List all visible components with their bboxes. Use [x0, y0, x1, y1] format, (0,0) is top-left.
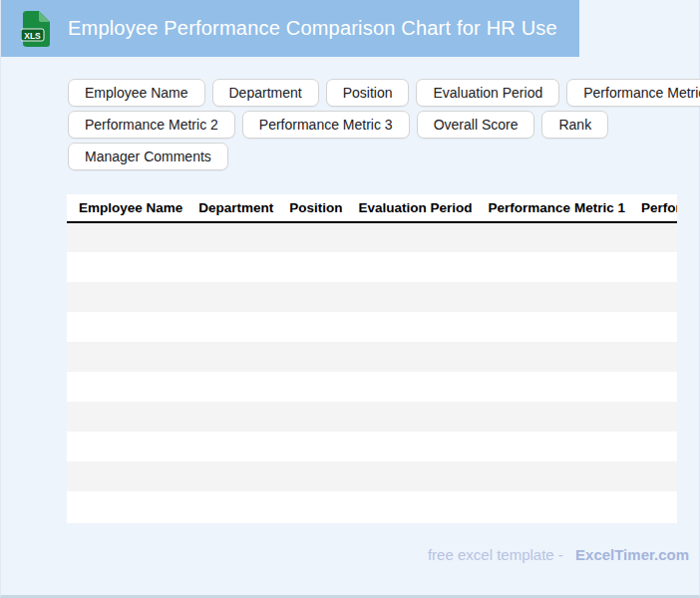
table-row [67, 252, 677, 282]
table-row-empty-cell [67, 372, 677, 402]
table-row-empty-cell [67, 282, 677, 312]
table-row-empty-cell [67, 432, 677, 461]
header-bar: XLS Employee Performance Comparison Char… [1, 0, 579, 57]
preview-table-container: Employee Name Department Position Evalua… [67, 194, 677, 523]
chip-row: Employee Name Department Position Evalua… [68, 79, 699, 107]
chip-overall-score[interactable]: Overall Score [417, 111, 535, 139]
col-header-department: Department [190, 194, 281, 222]
col-header-evaluation-period: Evaluation Period [351, 194, 481, 222]
table-row-empty-cell [67, 252, 677, 282]
table-row [67, 342, 677, 372]
chip-department[interactable]: Department [212, 79, 319, 107]
table-row [67, 282, 677, 312]
chip-performance-metric-2[interactable]: Performance Metric 2 [68, 111, 235, 139]
footer-credit: free excel template - ExcelTimer.com [67, 546, 689, 563]
table-row [67, 491, 677, 521]
column-chips: Employee Name Department Position Evalua… [68, 79, 699, 170]
chip-performance-metric-1[interactable]: Performance Metric 1 [566, 79, 700, 107]
footer-brand-link[interactable]: ExcelTimer.com [575, 546, 689, 563]
table-row-empty-cell [67, 491, 677, 521]
table-row [67, 461, 677, 491]
table-row [67, 312, 677, 342]
table-row-empty-cell [67, 402, 677, 432]
table-row [67, 432, 677, 461]
chip-performance-metric-3[interactable]: Performance Metric 3 [242, 111, 410, 139]
footer-credit-text: free excel template - [428, 546, 563, 563]
page: XLS Employee Performance Comparison Char… [0, 0, 700, 598]
page-title: Employee Performance Comparison Chart fo… [68, 17, 557, 40]
col-header-performance-metric-1: Performance Metric 1 [481, 194, 633, 222]
table-row-empty-cell [67, 461, 677, 491]
table-row-empty-cell [67, 222, 677, 252]
chip-position[interactable]: Position [326, 79, 410, 107]
chip-row: Performance Metric 2 Performance Metric … [68, 111, 699, 139]
table-row-empty-cell [67, 312, 677, 342]
preview-table: Employee Name Department Position Evalua… [67, 194, 677, 521]
chip-manager-comments[interactable]: Manager Comments [68, 143, 228, 170]
col-header-position: Position [281, 194, 350, 222]
xls-icon-label: XLS [24, 30, 41, 40]
chip-evaluation-period[interactable]: Evaluation Period [416, 79, 559, 107]
table-row [67, 402, 677, 432]
table-body [67, 222, 677, 521]
col-header-performance-metric-2: Performance Metric 2 [633, 194, 677, 222]
table-row-empty-cell [67, 342, 677, 372]
chip-row: Manager Comments [68, 143, 699, 170]
table-header-row: Employee Name Department Position Evalua… [67, 194, 677, 222]
table-row [67, 222, 677, 252]
chip-employee-name[interactable]: Employee Name [68, 79, 205, 107]
xls-file-icon: XLS [21, 10, 51, 48]
col-header-employee-name: Employee Name [67, 194, 190, 222]
table-row [67, 372, 677, 402]
chip-rank[interactable]: Rank [541, 111, 608, 139]
